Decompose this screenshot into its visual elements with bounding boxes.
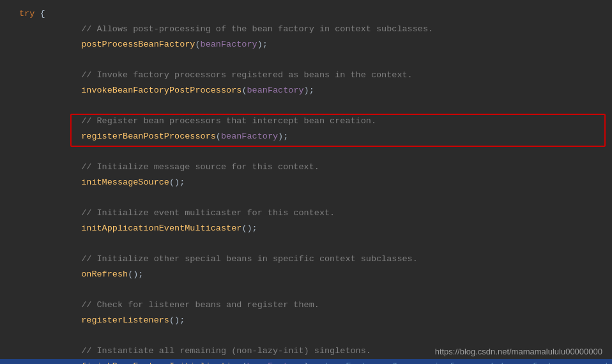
- code-line: [0, 52, 612, 68]
- keyword-try: try: [19, 9, 34, 19]
- comment: // Register bean processors that interce…: [19, 116, 376, 126]
- method-name: initApplicationEventMulticaster: [81, 224, 241, 233]
- code-line: registerBeanPostProcessors(beanFactory);: [0, 129, 612, 144]
- code-container: try { // Allows post-processing of the b…: [0, 0, 612, 364]
- method-name: initMessageSource: [81, 178, 169, 187]
- code-line: onRefresh();: [0, 267, 612, 282]
- method-name: registerListeners: [81, 315, 169, 325]
- code-line: // Initialize other special beans in spe…: [0, 252, 612, 267]
- param-name: beanFactory: [247, 86, 303, 95]
- param-name: beanFactory: [221, 132, 278, 141]
- method-paren: (: [216, 132, 221, 141]
- red-box-section: // Register bean processors that interce…: [0, 114, 612, 144]
- method-paren: );: [304, 86, 314, 95]
- comment: // Initialize other special beans in spe…: [19, 254, 418, 264]
- code-line-highlighted: finishBeanFactoryInitialization(beanFact…: [0, 359, 612, 364]
- line-content: // Initialize other special beans in spe…: [0, 252, 418, 266]
- method-paren: ();: [169, 178, 185, 187]
- method-name: postProcessBeanFactory: [81, 40, 195, 49]
- method-name: onRefresh: [81, 269, 128, 279]
- param-name: beanFactory: [201, 40, 257, 49]
- tooltip-text: beanFactory: "org.springframework.beans.…: [314, 361, 612, 364]
- comment: // Initialize event multicaster for this…: [19, 208, 335, 218]
- method-paren: ();: [128, 269, 143, 279]
- line-content: [0, 237, 24, 251]
- line-content: [0, 53, 24, 67]
- code-line: // Initialize event multicaster for this…: [0, 206, 612, 221]
- param-name: beanFactory: [247, 361, 303, 364]
- line-content: // Allows post-processing of the bean fa…: [0, 22, 433, 36]
- line-content: [0, 329, 24, 343]
- comment: // Allows post-processing of the bean fa…: [19, 24, 433, 34]
- code-line: // Initialize message source for this co…: [0, 160, 612, 175]
- method-paren: (: [195, 40, 200, 49]
- watermark: https://blog.csdn.net/mamamalululu000000…: [435, 347, 602, 356]
- code-line: [0, 98, 612, 114]
- method-paren: ();: [241, 224, 257, 233]
- line-content: initApplicationEventMulticaster();: [0, 222, 257, 236]
- method-paren: ();: [169, 315, 185, 325]
- comment: // Invoke factory processors registered …: [19, 70, 413, 80]
- line-content: initMessageSource();: [0, 176, 185, 190]
- line-content: // Invoke factory processors registered …: [0, 68, 413, 82]
- line-content: registerListeners();: [0, 314, 185, 328]
- code-line: [0, 190, 612, 206]
- line-content: finishBeanFactoryInitialization(beanFact…: [0, 360, 612, 364]
- code-line: try {: [0, 6, 612, 22]
- line-content: // Initialize event multicaster for this…: [0, 206, 335, 220]
- method-paren: );: [304, 361, 314, 364]
- code-line: [0, 144, 612, 160]
- code-line: // Register bean processors that interce…: [0, 114, 612, 129]
- code-line: invokeBeanFactoryPostProcessors(beanFact…: [0, 83, 612, 98]
- line-content: [0, 283, 24, 297]
- method-paren: );: [278, 132, 288, 141]
- code-line: // Allows post-processing of the bean fa…: [0, 22, 612, 37]
- brace: {: [34, 9, 45, 19]
- line-content: [0, 191, 24, 205]
- code-line: // Check for listener beans and register…: [0, 298, 612, 313]
- method-name: registerBeanPostProcessors: [81, 132, 216, 141]
- code-line: postProcessBeanFactory(beanFactory);: [0, 37, 612, 52]
- method-name: finishBeanFactoryInitialization: [81, 361, 241, 364]
- line-content: onRefresh();: [0, 268, 143, 282]
- line-content: // Initialize message source for this co…: [0, 160, 319, 174]
- method-name: invokeBeanFactoryPostProcessors: [81, 86, 241, 95]
- comment: // Initialize message source for this co…: [19, 162, 319, 172]
- line-content: // Instantiate all remaining (non-lazy-i…: [0, 344, 371, 358]
- line-content: registerBeanPostProcessors(beanFactory);: [0, 130, 288, 144]
- code-line: [0, 328, 612, 344]
- code-line: registerListeners();: [0, 313, 612, 328]
- code-line: initApplicationEventMulticaster();: [0, 221, 612, 236]
- line-content: [0, 99, 24, 113]
- code-line: [0, 236, 612, 252]
- line-content: [0, 145, 24, 159]
- line-content: // Register bean processors that interce…: [0, 114, 376, 128]
- method-paren: );: [257, 40, 268, 49]
- code-line: // Invoke factory processors registered …: [0, 68, 612, 83]
- comment: // Instantiate all remaining (non-lazy-i…: [19, 346, 371, 356]
- line-content: try {: [0, 7, 45, 21]
- code-line: initMessageSource();: [0, 175, 612, 190]
- line-content: // Check for listener beans and register…: [0, 298, 319, 312]
- comment: // Check for listener beans and register…: [19, 300, 319, 310]
- line-content: invokeBeanFactoryPostProcessors(beanFact…: [0, 84, 314, 98]
- code-line: [0, 282, 612, 298]
- line-content: postProcessBeanFactory(beanFactory);: [0, 38, 268, 52]
